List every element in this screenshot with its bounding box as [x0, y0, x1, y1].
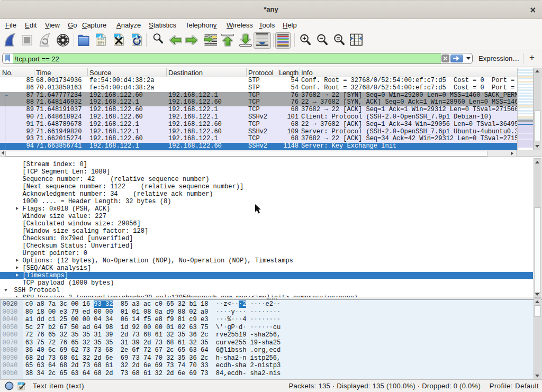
svg-text:0011: 0011: [97, 43, 104, 47]
